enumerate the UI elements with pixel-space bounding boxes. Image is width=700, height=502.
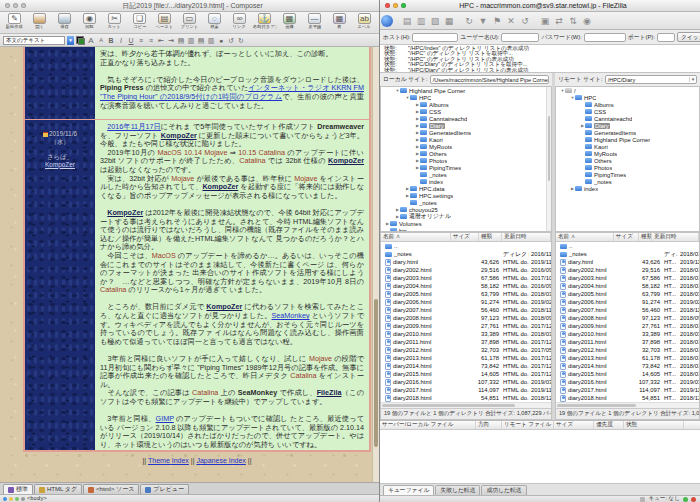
- format-button-10[interactable]: ▥: [186, 35, 196, 46]
- file-row-diary2013html[interactable]: diary2013.html61,178HTML do...2017/12/12: [381, 354, 551, 362]
- japanese-index-link[interactable]: Japanese Index: [196, 457, 245, 464]
- local-horizontal-scrollbar[interactable]: [381, 402, 551, 408]
- filter-icon[interactable]: ▣: [539, 15, 551, 27]
- file-row-diary2002html[interactable]: diary2002.html29,516HTML do...2016/09/24: [381, 266, 551, 274]
- file-row-diary2006html[interactable]: diary2006.html91,274HTML do...2019/02/14: [381, 298, 551, 306]
- format-button-7[interactable]: ⇤: [156, 35, 166, 46]
- search-button[interactable]: ◌検索: [202, 13, 227, 29]
- link-button[interactable]: ∞リンク: [227, 13, 252, 29]
- browse-eye-button[interactable]: ◉閲覧: [77, 13, 102, 29]
- disconnect-icon[interactable]: ✕: [505, 15, 517, 27]
- port-input[interactable]: [657, 33, 675, 42]
- text-color-picker[interactable]: [76, 36, 84, 44]
- format-button-0[interactable]: A: [86, 35, 96, 46]
- column-header-2[interactable]: 種類: [479, 233, 502, 241]
- queue-tab-キューファイル[interactable]: キューファイル: [383, 485, 434, 495]
- format-button-8[interactable]: ⇥: [166, 35, 176, 46]
- table-button[interactable]: ▦表: [327, 13, 352, 29]
- tree-item-MyRoots[interactable]: ▶MyRoots: [381, 143, 551, 150]
- tree-item-HPC[interactable]: ▼HPC: [381, 94, 551, 101]
- format-button-12[interactable]: ▥: [206, 35, 216, 46]
- queue-column-2[interactable]: リモート ファイル: [502, 421, 554, 429]
- refresh-icon[interactable]: ↻: [463, 15, 475, 27]
- tree-item-PipingTimes[interactable]: ▶PipingTimes: [381, 164, 551, 171]
- view-tab-html[interactable]: <html> ソース: [83, 484, 139, 494]
- column-header-0[interactable]: 名前 ∧: [556, 233, 614, 241]
- sync-browsing-icon[interactable]: ⇅: [567, 15, 579, 27]
- column-header-0[interactable]: 名前 ∧: [381, 233, 451, 241]
- tree-item-_notes[interactable]: _notes: [381, 199, 551, 206]
- spell-button[interactable]: abスペル: [352, 13, 377, 29]
- queue-column-0[interactable]: サーバー/ローカル ファイル: [380, 421, 476, 429]
- queue-column-4[interactable]: 優先度: [594, 421, 624, 429]
- file-row-_notes[interactable]: _notesディレクト...2016/11/09: [381, 250, 551, 258]
- file-row-diary2005html[interactable]: diary2005.html63,799HTML do...2018/03/16: [381, 290, 551, 298]
- site-manager-icon[interactable]: [381, 15, 393, 27]
- dom-path-body-tag[interactable]: <body>: [27, 495, 47, 502]
- file-row-diary2015html[interactable]: diary2015.html14,605HTML do...2017/12/12: [381, 370, 551, 378]
- file-row-diary2009html[interactable]: diary2009.html27,761HTML do...2017/12/18: [381, 322, 551, 330]
- column-header-1[interactable]: サイズ: [614, 233, 639, 241]
- file-row-diary2004html[interactable]: diary2004.html58,182HTML do...2016/09/24: [381, 282, 551, 290]
- queue-column-3[interactable]: サイズ: [554, 421, 594, 429]
- diary-entry-title-link[interactable]: KompoZer: [25, 161, 95, 169]
- process-queue-icon[interactable]: ▼: [477, 15, 489, 27]
- tree-vertical-scrollbar[interactable]: [546, 87, 551, 231]
- tree-item-HighlandPipeCorner[interactable]: Highland Pipe Corner: [556, 136, 699, 143]
- new-document-button[interactable]: ✎新規作成: [2, 13, 27, 29]
- minimize-button[interactable]: [393, 3, 398, 8]
- file-row-diary2014html[interactable]: diary2014.html73,842HTML do...2017/12/12: [381, 362, 551, 370]
- format-button-11[interactable]: ▤: [196, 35, 206, 46]
- format-button-2[interactable]: B: [106, 35, 116, 46]
- file-row-diaryhtml[interactable]: diary.html43,626HTML do...2019/11/06: [381, 258, 551, 266]
- tree-item-CSS[interactable]: ▶CSS: [381, 108, 551, 115]
- filezilla-window-controls[interactable]: [385, 3, 406, 8]
- tree-item-HighlandPipeCorner[interactable]: ▼Highland Pipe Corner: [381, 87, 551, 94]
- file-row-diary2010html[interactable]: diary2010.html33,389HTML do...2018/03/24: [381, 330, 551, 338]
- view-tab-[interactable]: プレビュー: [140, 484, 189, 494]
- format-button-14[interactable]: ↺: [226, 35, 236, 46]
- file-row-diary2012html[interactable]: diary2012.html32,703HTML do...2017/05/25: [381, 346, 551, 354]
- tree-item-Canntaireachd[interactable]: Canntaireachd: [556, 115, 699, 122]
- tree-item-index[interactable]: ▶index: [556, 185, 699, 192]
- tree-item-HPCsettings[interactable]: ▶HPC.settings: [381, 192, 551, 199]
- tree-item-MyRoots[interactable]: MyRoots: [556, 150, 699, 157]
- toggle-local-tree-icon[interactable]: ▥: [415, 15, 427, 27]
- named-anchor-button[interactable]: ⚓名前付きアンカー: [252, 13, 277, 29]
- column-header-2[interactable]: 種類: [639, 233, 652, 241]
- file-row-diary2008html[interactable]: diary2008.html97,123HTML do...2018/09/30: [381, 314, 551, 322]
- save-button[interactable]: 保存: [52, 13, 77, 29]
- compare-icon[interactable]: ⇄: [553, 15, 565, 27]
- password-input[interactable]: [584, 33, 626, 42]
- remote-site-select[interactable]: /HPC/Diary▼: [605, 75, 697, 84]
- scrollbar-thumb[interactable]: [374, 299, 378, 447]
- file-row-diary2017html[interactable]: diary2017.html114,097HTML do...2019/11/0…: [381, 386, 551, 394]
- quickconnect-button[interactable]: クイック接続: [677, 32, 700, 42]
- toggle-log-icon[interactable]: ▤: [401, 15, 413, 27]
- tree-item-CSS[interactable]: CSS: [556, 108, 699, 115]
- tree-item-Volumes[interactable]: ▶Volumes: [381, 220, 551, 227]
- queue-tab-成功した転送[interactable]: 成功した転送: [481, 485, 526, 495]
- format-button-1[interactable]: A: [96, 35, 106, 46]
- tree-item-Others[interactable]: ▶Others: [381, 150, 551, 157]
- tree-item-[interactable]: ▼/: [556, 87, 699, 94]
- print-button[interactable]: ▭プリント: [177, 13, 202, 29]
- queue-column-5[interactable]: 状態: [624, 421, 684, 429]
- tree-item-PipingTimes[interactable]: PipingTimes: [556, 171, 699, 178]
- flag-icon[interactable]: ⚑: [491, 15, 503, 27]
- minimize-button[interactable]: [13, 3, 18, 8]
- tree-item-Diary[interactable]: ▶Diary: [556, 122, 699, 129]
- tree-item-GeneratedItems[interactable]: ▶GeneratedItems: [381, 129, 551, 136]
- file-row-diary2018html[interactable]: diary2018.html54,851HTML do...2018/12/16: [381, 394, 551, 402]
- tree-item-_notes[interactable]: _notes: [556, 178, 699, 185]
- column-header-1[interactable]: サイズ: [451, 233, 479, 241]
- tree-item-Albums[interactable]: Albums: [556, 101, 699, 108]
- format-button-15[interactable]: ↻: [236, 35, 246, 46]
- open-folder-button[interactable]: 開く: [27, 13, 52, 29]
- username-input[interactable]: [501, 33, 539, 42]
- toggle-queue-icon[interactable]: ▦: [443, 15, 455, 27]
- find-icon[interactable]: ◉: [581, 15, 593, 27]
- file-row-diary2007html[interactable]: diary2007.html56,460HTML do...2018/11/12: [381, 306, 551, 314]
- reconnect-icon[interactable]: ↺: [519, 15, 531, 27]
- close-button[interactable]: [5, 3, 10, 8]
